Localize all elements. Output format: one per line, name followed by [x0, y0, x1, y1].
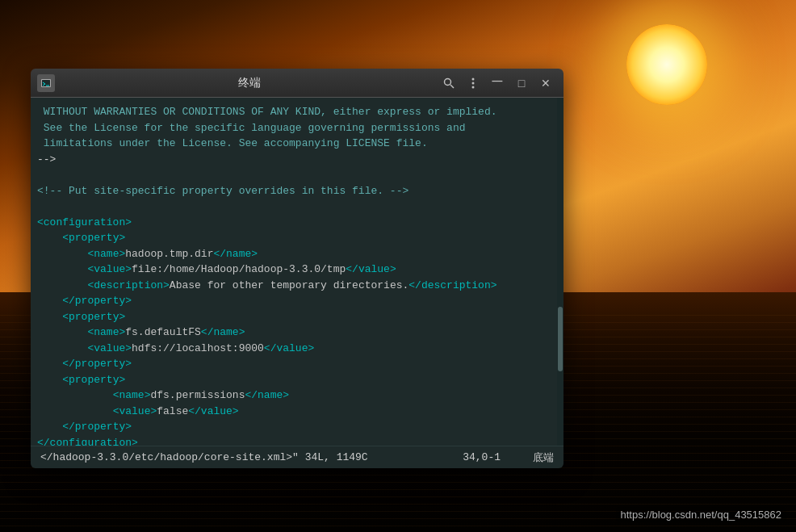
scrollbar-thumb[interactable] [558, 307, 563, 371]
status-filename-text: </hadoop-3.3.0/etc/hadoop/core-site.xml>… [40, 451, 368, 463]
svg-point-7 [472, 86, 475, 88]
vim-status-bar: </hadoop-3.3.0/etc/hadoop/core-site.xml>… [31, 446, 563, 468]
window-controls: ─ □ ✕ [438, 72, 557, 94]
search-button[interactable] [438, 72, 460, 94]
sun-decoration [626, 24, 707, 105]
terminal-text-body: WITHOUT WARRANTIES OR CONDITIONS OF ANY … [37, 101, 557, 446]
minimize-button[interactable]: ─ [486, 72, 509, 94]
window-title: 终端 [61, 76, 438, 90]
terminal-app-icon [37, 74, 55, 92]
svg-point-5 [472, 77, 475, 80]
url-watermark: https://blog.csdn.net/qq_43515862 [616, 507, 787, 522]
status-end-label: 底端 [533, 450, 554, 465]
status-position: 34,0-1 [463, 451, 501, 463]
title-bar: 终端 ─ □ ✕ [31, 69, 563, 98]
close-button[interactable]: ✕ [534, 72, 557, 94]
maximize-button[interactable]: □ [510, 72, 533, 94]
terminal-window: 终端 ─ □ ✕ WITHOUT WARRANTIES OR [31, 69, 563, 468]
svg-point-6 [472, 82, 475, 84]
svg-line-4 [450, 85, 454, 88]
scrollbar[interactable] [557, 98, 563, 446]
terminal-content-area[interactable]: WITHOUT WARRANTIES OR CONDITIONS OF ANY … [31, 98, 563, 446]
status-filename: </hadoop-3.3.0/etc/hadoop/core-site.xml>… [40, 451, 430, 463]
svg-point-3 [445, 78, 451, 85]
menu-button[interactable] [462, 72, 484, 94]
